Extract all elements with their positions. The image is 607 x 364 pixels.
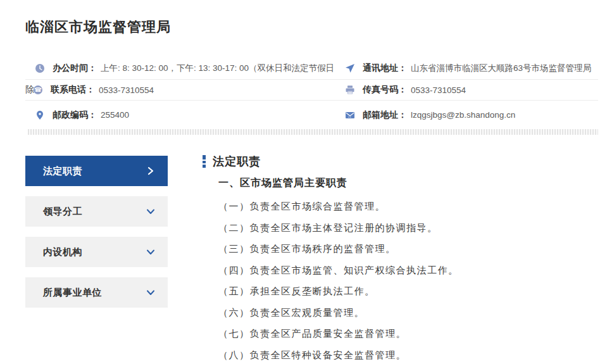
contact-row-3: 邮政编码： 255400 邮箱地址： lzqgsjbgs@zb.shandong…	[25, 101, 598, 129]
fax-value: 0533-7310554	[411, 85, 466, 95]
content-heading: 法定职责	[213, 154, 261, 169]
sidebar-item-leadership-division[interactable]: 领导分工	[25, 196, 168, 227]
phone-item: 除 ☎ 联系电话： 0533-7310554	[25, 84, 345, 96]
email-label: 邮箱地址：	[363, 110, 407, 121]
sidebar-item-label: 法定职责	[43, 165, 82, 177]
postal-code-item: 邮政编码： 255400	[25, 110, 345, 121]
mailing-address-label: 通讯地址：	[363, 63, 407, 74]
sidebar-item-label: 领导分工	[43, 206, 82, 218]
office-hours-item: 办公时间： 上午: 8: 30-12: 00，下午: 13: 30-17: 00…	[25, 63, 345, 74]
location-pin-icon	[35, 110, 45, 120]
duty-item-2: （二）负责全区市场主体登记注册的协调指导。	[218, 218, 598, 239]
section-title: 一、区市场监管局主要职责	[218, 177, 598, 190]
duty-item-3: （三）负责全区市场秩序的监督管理。	[218, 239, 598, 260]
fax-item: 传真号码： 0533-7310554	[345, 84, 598, 96]
mailing-address-value: 山东省淄博市临淄区大顺路63号市场监督管理局	[411, 63, 591, 74]
svg-text:☎: ☎	[34, 86, 42, 93]
heading-accent-bar	[203, 155, 206, 168]
sidebar-item-affiliated-institutions[interactable]: 所属事业单位	[25, 277, 168, 308]
content-area: 法定职责 一、区市场监管局主要职责 （一）负责全区市场综合监督管理。 （二）负责…	[203, 154, 598, 364]
office-hours-value: 上午: 8: 30-12: 00，下午: 13: 30-17: 00（双休日和法…	[101, 63, 334, 74]
striped-divider	[28, 129, 598, 135]
email-value: lzqgsjbgs@zb.shandong.cn	[411, 110, 515, 120]
duty-item-5: （五）承担全区反垄断执法工作。	[218, 281, 598, 303]
sidebar-item-label: 所属事业单位	[43, 287, 102, 299]
duty-item-7: （七）负责全区产品质量安全监督管理。	[218, 323, 598, 345]
postal-code-label: 邮政编码：	[53, 110, 97, 121]
page-title: 临淄区市场监督管理局	[25, 18, 171, 37]
contact-row-1: 办公时间： 上午: 8: 30-12: 00，下午: 13: 30-17: 00…	[25, 57, 598, 80]
duty-item-4: （四）负责全区市场监管、知识产权综合执法工作。	[218, 260, 598, 282]
contact-row-2: 除 ☎ 联系电话： 0533-7310554 传真号码： 0533-731055…	[25, 80, 598, 101]
mail-icon	[345, 110, 355, 120]
mailing-address-item: 通讯地址： 山东省淄博市临淄区大顺路63号市场监督管理局	[345, 63, 598, 74]
chevron-down-icon	[146, 248, 155, 256]
sidebar-item-internal-organs[interactable]: 内设机构	[25, 237, 168, 267]
duty-item-8: （八）负责全区特种设备安全监督管理。	[218, 345, 598, 364]
send-icon	[345, 63, 355, 73]
contact-info-block: 办公时间： 上午: 8: 30-12: 00，下午: 13: 30-17: 00…	[25, 57, 598, 129]
fax-label: 传真号码：	[363, 84, 407, 96]
chevron-down-icon	[146, 288, 155, 297]
duties-list: （一）负责全区市场综合监督管理。 （二）负责全区市场主体登记注册的协调指导。 （…	[218, 196, 598, 364]
email-item: 邮箱地址： lzqgsjbgs@zb.shandong.cn	[345, 110, 598, 121]
sidebar-item-legal-duties[interactable]: 法定职责	[25, 156, 168, 186]
content-heading-row: 法定职责	[203, 154, 598, 168]
clock-icon	[35, 63, 45, 73]
duty-item-6: （六）负责全区宏观质量管理。	[218, 303, 598, 324]
phone-icon: ☎	[33, 85, 43, 95]
sidebar-item-label: 内设机构	[43, 246, 82, 258]
duty-item-1: （一）负责全区市场综合监督管理。	[218, 196, 598, 218]
sidebar-menu: 法定职责 领导分工 内设机构 所属事业单位	[25, 156, 168, 318]
chevron-right-icon	[146, 166, 155, 175]
phone-label: 联系电话：	[51, 84, 95, 96]
chevron-down-icon	[146, 207, 155, 216]
fax-icon	[345, 85, 355, 95]
phone-value: 0533-7310554	[99, 85, 154, 95]
office-hours-label: 办公时间：	[53, 63, 97, 74]
postal-code-value: 255400	[101, 110, 129, 120]
